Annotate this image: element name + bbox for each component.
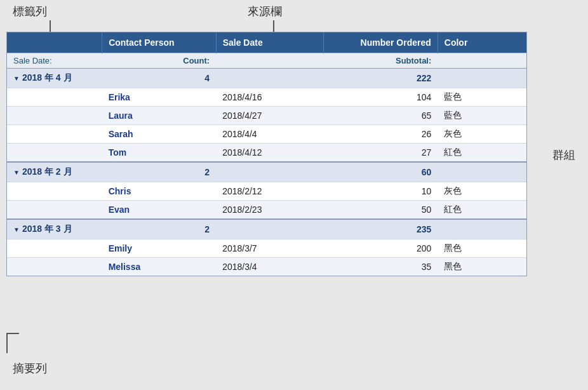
group-april-title: ▼2018 年 4 月 [7, 69, 102, 88]
row-date: 2018/4/12 [216, 144, 324, 163]
triangle-icon-april: ▼ [13, 75, 20, 82]
row-contact: Tom [102, 144, 217, 163]
row-color: 藍色 [438, 88, 526, 107]
row-contact: Evan [102, 201, 217, 220]
row-contact: Chris [102, 182, 217, 201]
row-empty [7, 88, 102, 107]
col-header-empty [7, 32, 102, 53]
summary-sale-date-label: Sale Date: [7, 53, 102, 69]
col-header-color: Color [438, 32, 526, 53]
col-header-sale-date: Sale Date [216, 32, 324, 53]
summary-count-label: Count: [102, 53, 217, 69]
row-date: 2018/2/23 [216, 201, 324, 220]
group-march-subtotal: 235 [324, 219, 438, 239]
row-number: 10 [324, 182, 438, 201]
group-feb-count: 2 [102, 162, 217, 182]
row-color: 黑色 [438, 258, 526, 276]
group-april-color-empty [438, 69, 526, 88]
col-header-number-ordered: Number Ordered [324, 32, 438, 53]
table-row: Emily 2018/3/7 200 黑色 [7, 239, 526, 258]
row-date: 2018/3/4 [216, 258, 324, 276]
group-april-count: 4 [102, 69, 217, 88]
triangle-icon-feb: ▼ [13, 169, 20, 176]
row-color: 黑色 [438, 239, 526, 258]
row-contact: Emily [102, 239, 217, 258]
row-number: 200 [324, 239, 438, 258]
row-color: 灰色 [438, 182, 526, 201]
row-number: 35 [324, 258, 438, 276]
table-row: Evan 2018/2/23 50 紅色 [7, 201, 526, 220]
col-header-contact-person: Contact Person [102, 32, 217, 53]
group-feb-subtotal: 60 [324, 162, 438, 182]
row-contact: Erika [102, 88, 217, 107]
row-empty [7, 258, 102, 276]
annotation-summary-row: 摘要列 [13, 361, 47, 376]
page-wrapper: 標籤列 來源欄 群組 摘要列 Contact Person Sale Date … [0, 0, 588, 390]
annotation-source-col: 來源欄 [248, 4, 282, 19]
table-container: Contact Person Sale Date Number Ordered … [6, 32, 527, 276]
group-header-feb: ▼2018 年 2 月 2 60 [7, 162, 526, 182]
arrow-summary-line [6, 334, 8, 353]
summary-empty-1 [216, 53, 324, 69]
summary-label-row: Sale Date: Count: Subtotal: [7, 53, 526, 69]
summary-subtotal-label: Subtotal: [324, 53, 438, 69]
row-contact: Sarah [102, 125, 217, 144]
group-march-title: ▼2018 年 3 月 [7, 219, 102, 239]
table-row: Sarah 2018/4/4 26 灰色 [7, 125, 526, 144]
group-header-march: ▼2018 年 3 月 2 235 [7, 219, 526, 239]
row-empty [7, 144, 102, 163]
table-row: Laura 2018/4/27 65 藍色 [7, 107, 526, 125]
group-march-color-empty [438, 219, 526, 239]
row-color: 紅色 [438, 201, 526, 220]
group-april-subtotal: 222 [324, 69, 438, 88]
row-color: 紅色 [438, 144, 526, 163]
table-row: Tom 2018/4/12 27 紅色 [7, 144, 526, 163]
group-march-date-empty [216, 219, 324, 239]
triangle-icon-march: ▼ [13, 226, 20, 233]
row-number: 50 [324, 201, 438, 220]
main-table: Contact Person Sale Date Number Ordered … [7, 32, 526, 276]
row-empty [7, 125, 102, 144]
arrow-summary-horiz [6, 333, 19, 334]
row-number: 26 [324, 125, 438, 144]
header-row: Contact Person Sale Date Number Ordered … [7, 32, 526, 53]
row-number: 65 [324, 107, 438, 125]
row-number: 104 [324, 88, 438, 107]
group-march-count: 2 [102, 219, 217, 239]
table-row: Erika 2018/4/16 104 藍色 [7, 88, 526, 107]
table-row: Melissa 2018/3/4 35 黑色 [7, 258, 526, 276]
annotation-group: 群組 [552, 147, 575, 163]
row-date: 2018/2/12 [216, 182, 324, 201]
summary-empty-2 [438, 53, 526, 69]
row-date: 2018/4/4 [216, 125, 324, 144]
group-feb-title: ▼2018 年 2 月 [7, 162, 102, 182]
row-empty [7, 201, 102, 220]
group-header-april: ▼2018 年 4 月 4 222 [7, 69, 526, 88]
row-empty [7, 239, 102, 258]
row-empty [7, 107, 102, 125]
row-date: 2018/4/27 [216, 107, 324, 125]
annotation-label-row: 標籤列 [13, 4, 47, 19]
row-number: 27 [324, 144, 438, 163]
row-date: 2018/3/7 [216, 239, 324, 258]
row-color: 灰色 [438, 125, 526, 144]
group-feb-color-empty [438, 162, 526, 182]
group-april-date-empty [216, 69, 324, 88]
table-row: Chris 2018/2/12 10 灰色 [7, 182, 526, 201]
row-empty [7, 182, 102, 201]
row-color: 藍色 [438, 107, 526, 125]
row-date: 2018/4/16 [216, 88, 324, 107]
row-contact: Laura [102, 107, 217, 125]
group-feb-date-empty [216, 162, 324, 182]
row-contact: Melissa [102, 258, 217, 276]
